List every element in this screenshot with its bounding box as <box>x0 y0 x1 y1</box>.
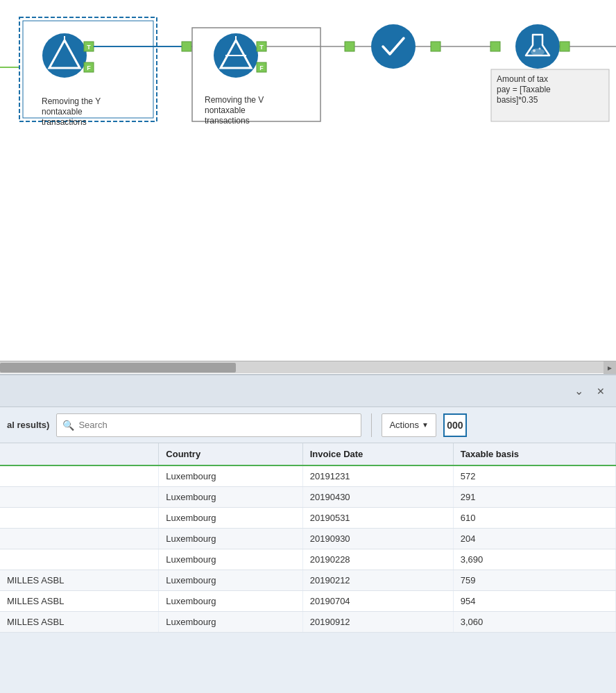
search-icon: 🔍 <box>62 420 74 431</box>
cell-taxable-basis: 291 <box>453 487 615 508</box>
actions-label: Actions <box>389 420 419 430</box>
svg-point-30 <box>371 24 416 69</box>
cell-country: Luxembourg <box>159 612 302 633</box>
svg-rect-22 <box>257 62 266 72</box>
svg-text:transactions: transactions <box>205 116 250 126</box>
svg-text:F: F <box>87 65 91 71</box>
cell-entity <box>0 549 159 570</box>
svg-marker-4 <box>49 40 80 68</box>
svg-rect-14 <box>182 42 191 51</box>
svg-rect-8 <box>84 62 94 72</box>
table-row: Luxembourg20190430291 <box>0 487 616 508</box>
svg-text:basis]*0.35: basis]*0.35 <box>497 95 538 105</box>
cell-entity <box>0 508 159 529</box>
cell-entity <box>0 529 159 549</box>
svg-rect-39 <box>560 42 570 51</box>
cell-taxable-basis: 610 <box>453 508 615 529</box>
workflow-canvas: T F Removing the Y nontaxable transactio… <box>0 0 616 361</box>
table-wrapper: Country Invoice Date Taxable basis Luxem… <box>0 443 616 633</box>
table-header-row: Country Invoice Date Taxable basis <box>0 443 616 465</box>
cell-invoice-date: 20190430 <box>302 487 453 508</box>
cell-invoice-date: 20190531 <box>302 508 453 529</box>
svg-rect-32 <box>431 42 440 51</box>
cell-country: Luxembourg <box>159 570 302 591</box>
svg-point-37 <box>533 49 536 52</box>
scroll-right-arrow[interactable]: ► <box>604 361 616 374</box>
horizontal-scrollbar[interactable]: ► <box>0 361 616 373</box>
svg-text:T: T <box>259 44 264 51</box>
col-header-taxable-basis[interactable]: Taxable basis <box>453 443 615 465</box>
svg-rect-28 <box>345 42 354 51</box>
svg-rect-34 <box>490 42 500 51</box>
cell-invoice-date: 20190704 <box>302 591 453 612</box>
svg-rect-6 <box>84 42 94 51</box>
toolbar-divider <box>371 413 372 437</box>
svg-text:pay = [Taxable: pay = [Taxable <box>497 85 551 94</box>
actions-chevron-icon: ▼ <box>422 421 429 429</box>
results-label: al results) <box>7 420 49 430</box>
cell-invoice-date: 20190228 <box>302 549 453 570</box>
col-header-0[interactable] <box>0 443 159 465</box>
svg-text:Removing the Y: Removing the Y <box>42 96 101 106</box>
svg-text:Amount of tax: Amount of tax <box>497 74 548 84</box>
cell-entity <box>0 465 159 487</box>
cell-invoice-date: 20190930 <box>302 529 453 549</box>
cell-entity: MILLES ASBL <box>0 612 159 633</box>
svg-rect-15 <box>192 28 320 121</box>
cell-country: Luxembourg <box>159 508 302 529</box>
svg-text:Removing the V: Removing the V <box>205 95 264 105</box>
svg-text:T: T <box>87 44 91 51</box>
table-row: Luxembourg20190531610 <box>0 508 616 529</box>
cell-taxable-basis: 3,060 <box>453 612 615 633</box>
col-header-country[interactable]: Country <box>159 443 302 465</box>
table-row: MILLES ASBLLuxembourg201909123,060 <box>0 612 616 633</box>
cell-invoice-date: 20191231 <box>302 465 453 487</box>
svg-point-3 <box>42 33 87 78</box>
svg-text:F: F <box>259 65 264 71</box>
collapse-chevron[interactable]: ⌄ <box>570 383 587 400</box>
results-row: al results) 🔍 Actions ▼ 000 <box>0 407 616 443</box>
cell-taxable-basis: 759 <box>453 570 615 591</box>
search-box[interactable]: 🔍 <box>56 413 361 437</box>
table-row: MILLES ASBLLuxembourg20190704954 <box>0 591 616 612</box>
svg-text:transactions: transactions <box>42 117 87 127</box>
svg-point-36 <box>531 49 545 55</box>
actions-button[interactable]: Actions ▼ <box>382 413 436 437</box>
cell-entity: MILLES ASBL <box>0 570 159 591</box>
cell-country: Luxembourg <box>159 529 302 549</box>
data-table: Country Invoice Date Taxable basis Luxem… <box>0 443 616 633</box>
svg-rect-1 <box>19 17 157 121</box>
panel-toolbar: ⌄ ✕ <box>0 375 616 407</box>
cell-taxable-basis: 954 <box>453 591 615 612</box>
table-row: MILLES ASBLLuxembourg20190212759 <box>0 570 616 591</box>
svg-text:nontaxable: nontaxable <box>42 107 83 117</box>
search-input[interactable] <box>78 420 355 430</box>
scrollbar-thumb[interactable] <box>0 363 236 373</box>
cell-taxable-basis: 572 <box>453 465 615 487</box>
table-row: Luxembourg20191231572 <box>0 465 616 487</box>
svg-rect-20 <box>257 42 266 51</box>
col-header-invoice-date[interactable]: Invoice Date <box>302 443 453 465</box>
column-picker-button[interactable]: 000 <box>443 413 467 437</box>
cell-entity: MILLES ASBL <box>0 591 159 612</box>
svg-point-35 <box>515 24 560 69</box>
cell-taxable-basis: 204 <box>453 529 615 549</box>
svg-rect-2 <box>23 21 153 118</box>
cell-entity <box>0 487 159 508</box>
table-row: Luxembourg20190930204 <box>0 529 616 549</box>
svg-rect-41 <box>491 69 609 121</box>
svg-marker-17 <box>221 40 251 68</box>
col-picker-label: 000 <box>447 420 463 431</box>
cell-country: Luxembourg <box>159 591 302 612</box>
cell-invoice-date: 20190212 <box>302 570 453 591</box>
svg-point-16 <box>214 33 258 78</box>
svg-point-38 <box>539 48 541 50</box>
table-row: Luxembourg201902283,690 <box>0 549 616 570</box>
svg-text:nontaxable: nontaxable <box>205 105 246 115</box>
cell-country: Luxembourg <box>159 549 302 570</box>
results-panel: ⌄ ✕ al results) 🔍 Actions ▼ 000 Country … <box>0 374 616 693</box>
cell-invoice-date: 20190912 <box>302 612 453 633</box>
cell-country: Luxembourg <box>159 487 302 508</box>
cell-country: Luxembourg <box>159 465 302 487</box>
panel-icon[interactable]: ✕ <box>592 383 609 400</box>
